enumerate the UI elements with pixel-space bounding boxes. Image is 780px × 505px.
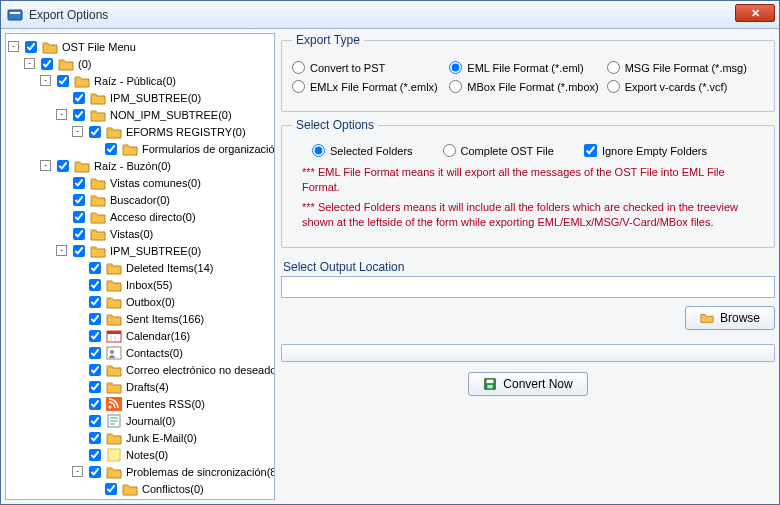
folder-icon <box>106 278 122 292</box>
radio-msg-input[interactable] <box>607 61 620 74</box>
tree-checkbox[interactable] <box>89 415 101 427</box>
tree-node[interactable]: Vistas(0) <box>8 225 272 242</box>
expand-toggle[interactable]: - <box>56 245 67 256</box>
tree-checkbox[interactable] <box>89 313 101 325</box>
tree-node[interactable]: -Raíz - Pública(0) <box>8 72 272 89</box>
tree-checkbox[interactable] <box>89 262 101 274</box>
svg-rect-1 <box>10 12 20 14</box>
tree-checkbox[interactable] <box>89 432 101 444</box>
convert-now-button[interactable]: Convert Now <box>468 372 587 396</box>
expand-toggle[interactable]: - <box>8 41 19 52</box>
radio-vcard-input[interactable] <box>607 80 620 93</box>
tree-checkbox[interactable] <box>73 228 85 240</box>
tree-node[interactable]: Acceso directo(0) <box>8 208 272 225</box>
radio-complete-ost[interactable]: Complete OST File <box>443 144 554 157</box>
tree-checkbox[interactable] <box>73 245 85 257</box>
tree-checkbox[interactable] <box>25 41 37 53</box>
tree-checkbox[interactable] <box>89 279 101 291</box>
tree-node-label: Formularios de organización <box>140 143 275 155</box>
expand-toggle[interactable]: - <box>24 58 35 69</box>
tree-checkbox[interactable] <box>105 143 117 155</box>
tree-node[interactable]: Fuentes RSS(0) <box>8 395 272 412</box>
tree-node-label: Contacts(0) <box>124 347 183 359</box>
tree-checkbox[interactable] <box>89 126 101 138</box>
browse-button[interactable]: Browse <box>685 306 775 330</box>
tree-checkbox[interactable] <box>41 58 53 70</box>
output-path-input[interactable] <box>281 276 775 298</box>
tree-node[interactable]: Vistas comunes(0) <box>8 174 272 191</box>
tree-node-label: Fuentes RSS(0) <box>124 398 205 410</box>
expand-toggle[interactable]: - <box>56 109 67 120</box>
tree-node[interactable]: Correo electrónico no deseado <box>8 361 272 378</box>
tree-checkbox[interactable] <box>57 160 69 172</box>
tree-node[interactable]: -Problemas de sincronización(8 <box>8 463 272 480</box>
tree-node-label: Outbox(0) <box>124 296 175 308</box>
tree-node[interactable]: Notes(0) <box>8 446 272 463</box>
folder-tree-pane[interactable]: -OST File Menu-(0)-Raíz - Pública(0)IPM_… <box>5 33 275 500</box>
checkbox-ignore-empty[interactable]: Ignore Empty Folders <box>584 144 707 157</box>
tree-node[interactable]: -Raíz - Buzón(0) <box>8 157 272 174</box>
radio-mbox[interactable]: MBox File Format (*.mbox) <box>449 80 606 93</box>
folder-icon <box>106 465 122 479</box>
tree-node[interactable]: Junk E-Mail(0) <box>8 429 272 446</box>
tree-checkbox[interactable] <box>89 296 101 308</box>
output-label: Select Output Location <box>283 260 773 274</box>
tree-node[interactable]: Journal(0) <box>8 412 272 429</box>
expand-toggle[interactable]: - <box>72 466 83 477</box>
radio-complete-ost-input[interactable] <box>443 144 456 157</box>
tree-checkbox[interactable] <box>73 177 85 189</box>
tree-checkbox[interactable] <box>89 347 101 359</box>
checkbox-ignore-empty-input[interactable] <box>584 144 597 157</box>
tree-node[interactable]: -EFORMS REGISTRY(0) <box>8 123 272 140</box>
expand-toggle <box>88 483 99 494</box>
expand-toggle[interactable]: - <box>40 160 51 171</box>
expand-toggle[interactable]: - <box>40 75 51 86</box>
radio-selected-folders-input[interactable] <box>312 144 325 157</box>
tree-checkbox[interactable] <box>73 211 85 223</box>
tree-checkbox[interactable] <box>57 75 69 87</box>
tree-node[interactable]: Contacts(0) <box>8 344 272 361</box>
folder-icon <box>90 176 106 190</box>
expand-toggle[interactable]: - <box>72 126 83 137</box>
tree-node[interactable]: Conflictos(0) <box>8 480 272 497</box>
tree-checkbox[interactable] <box>105 483 117 495</box>
close-button[interactable]: ✕ <box>735 4 775 22</box>
tree-node[interactable]: Drafts(4) <box>8 378 272 395</box>
radio-convert-pst[interactable]: Convert to PST <box>292 61 449 74</box>
radio-emlx[interactable]: EMLx File Format (*.emlx) <box>292 80 449 93</box>
tree-node[interactable]: -IPM_SUBTREE(0) <box>8 242 272 259</box>
tree-node[interactable]: -(0) <box>8 55 272 72</box>
radio-mbox-input[interactable] <box>449 80 462 93</box>
radio-selected-folders[interactable]: Selected Folders <box>312 144 413 157</box>
tree-checkbox[interactable] <box>73 109 85 121</box>
radio-msg[interactable]: MSG File Format (*.msg) <box>607 61 764 74</box>
tree-node[interactable]: Deleted Items(14) <box>8 259 272 276</box>
tree-node[interactable]: Buscador(0) <box>8 191 272 208</box>
tree-checkbox[interactable] <box>73 92 85 104</box>
folder-icon <box>106 363 122 377</box>
tree-node[interactable]: Sent Items(166) <box>8 310 272 327</box>
expand-toggle <box>56 92 67 103</box>
tree-checkbox[interactable] <box>89 364 101 376</box>
radio-eml-input[interactable] <box>449 61 462 74</box>
tree-node[interactable]: Inbox(55) <box>8 276 272 293</box>
radio-emlx-input[interactable] <box>292 80 305 93</box>
expand-toggle <box>72 296 83 307</box>
tree-node[interactable]: Formularios de organización <box>8 140 272 157</box>
tree-node[interactable]: IPM_SUBTREE(0) <box>8 89 272 106</box>
tree-checkbox[interactable] <box>89 449 101 461</box>
tree-checkbox[interactable] <box>89 466 101 478</box>
tree-checkbox[interactable] <box>89 381 101 393</box>
tree-checkbox[interactable] <box>73 194 85 206</box>
tree-node-label: IPM_SUBTREE(0) <box>108 245 201 257</box>
tree-checkbox[interactable] <box>89 398 101 410</box>
tree-checkbox[interactable] <box>89 330 101 342</box>
radio-convert-pst-input[interactable] <box>292 61 305 74</box>
tree-node[interactable]: Outbox(0) <box>8 293 272 310</box>
tree-node[interactable]: -OST File Menu <box>8 38 272 55</box>
radio-vcard[interactable]: Export v-cards (*.vcf) <box>607 80 764 93</box>
tree-node[interactable]: -NON_IPM_SUBTREE(0) <box>8 106 272 123</box>
radio-eml[interactable]: EML File Format (*.eml) <box>449 61 606 74</box>
folder-tree: -OST File Menu-(0)-Raíz - Pública(0)IPM_… <box>6 34 274 500</box>
tree-node[interactable]: Calendar(16) <box>8 327 272 344</box>
